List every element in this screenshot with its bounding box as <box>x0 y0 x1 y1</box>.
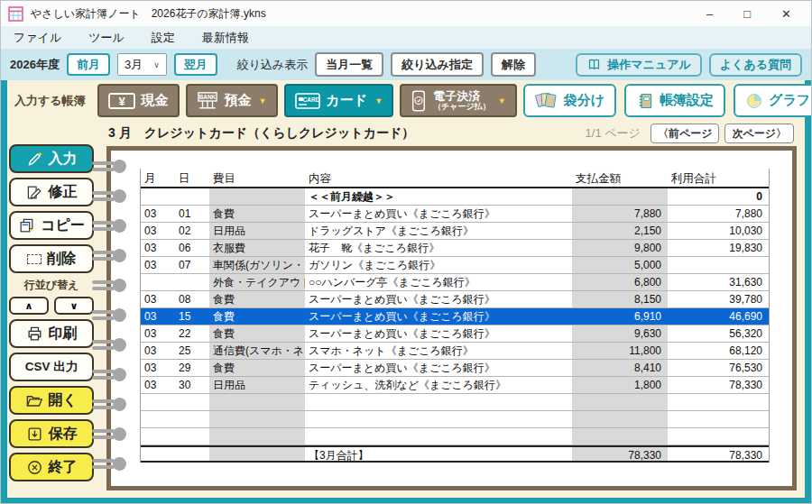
pie-chart-icon <box>745 92 763 110</box>
quit-button-label: 終了 <box>49 458 78 477</box>
open-button-label: 開く <box>48 391 77 410</box>
faq-button[interactable]: よくある質問 <box>709 53 802 77</box>
printer-icon <box>26 325 43 343</box>
table-row[interactable]: 0322食費スーパーまとめ買い《まごころ銀行》9,63056,320 <box>141 325 769 343</box>
cell: 【3月合計】 <box>305 447 572 461</box>
cell: 通信費(スマホ・ネッ… <box>209 343 305 359</box>
table-row[interactable]: 0315食費スーパーまとめ買い《まごころ銀行》6,91046,690 <box>141 308 769 325</box>
binder-ring-icon <box>92 249 126 263</box>
app-window: やさしい家計簿ノート 2026花子の家計簿.ykns – □ ✕ ファイル ツー… <box>0 0 812 504</box>
table-row[interactable]: 外食・テイクアウト○○ハンバーグ亭《まごころ銀行》6,80031,630 <box>141 274 769 291</box>
menu-tools[interactable]: ツール <box>88 30 125 46</box>
cell: 日用品 <box>209 377 305 393</box>
card-icon: CARD <box>295 92 320 110</box>
notebook-icon <box>636 92 654 110</box>
print-button[interactable]: 印刷 <box>9 319 94 348</box>
cell: 8,150 <box>572 291 668 307</box>
ledger-table: 月日費目内容支払金額利用合計＜＜前月繰越＞＞00301食費スーパーまとめ買い《ま… <box>140 169 770 463</box>
copy-button[interactable]: コピー <box>9 211 94 240</box>
tab-deposit[interactable]: BANK 預金 ▼ <box>186 84 278 117</box>
manual-button[interactable]: 操作マニュアル <box>576 53 702 77</box>
cell <box>209 394 305 410</box>
cell: スーパーまとめ買い《まごころ銀行》 <box>305 291 572 307</box>
table-row[interactable]: 0329食費スーパーまとめ買い《まごころ銀行》8,41076,530 <box>141 360 769 377</box>
tab-cash-label: 現金 <box>142 92 169 109</box>
close-button[interactable]: ✕ <box>781 7 791 21</box>
cell: 1,800 <box>572 377 668 393</box>
cell: 食費 <box>209 206 305 222</box>
table-row[interactable]: 0308食費スーパーまとめ買い《まごころ銀行》8,15039,780 <box>141 291 769 308</box>
menu-settings[interactable]: 設定 <box>152 30 175 46</box>
copy-icon <box>18 217 35 234</box>
folder-open-icon <box>25 392 42 409</box>
edit-button[interactable]: 修正 <box>9 178 94 206</box>
delete-button[interactable]: 削除 <box>9 244 94 273</box>
binder-ring-icon <box>92 160 126 174</box>
prev-page-button[interactable]: 〈前ページ <box>651 124 720 143</box>
book-icon <box>586 58 602 71</box>
current-month-list-button[interactable]: 当月一覧 <box>315 52 383 77</box>
cell <box>209 188 305 205</box>
cell: 食費 <box>209 360 305 376</box>
tab-card[interactable]: CARD カード ▼ <box>284 84 394 117</box>
table-row[interactable]: 0301食費スーパーまとめ買い《まごころ銀行》7,8807,880 <box>141 206 769 223</box>
row-up-button[interactable]: ∧ <box>9 297 49 315</box>
cell <box>668 428 769 444</box>
minimize-button[interactable]: – <box>706 7 713 21</box>
dropdown-arrow-icon: ▼ <box>498 96 506 105</box>
quit-button[interactable]: 終了 <box>9 453 94 481</box>
maximize-button[interactable]: □ <box>743 7 751 21</box>
csv-export-button[interactable]: CSV 出力 <box>9 353 94 381</box>
csv-export-label: CSV 出力 <box>25 359 78 375</box>
filter-specify-button[interactable]: 絞り込み指定 <box>391 52 484 77</box>
cell <box>175 411 209 427</box>
bag-sort-button[interactable]: 袋分け <box>523 84 616 117</box>
cell: 19,830 <box>668 240 769 256</box>
cell: 0 <box>668 188 769 205</box>
row-down-button[interactable]: ∨ <box>54 297 94 315</box>
cell: 11,800 <box>572 343 668 359</box>
filter-clear-button[interactable]: 解除 <box>491 52 536 77</box>
menu-news[interactable]: 最新情報 <box>202 30 249 46</box>
menu-bar: ファイル ツール 設定 最新情報 <box>1 26 811 49</box>
svg-text:¥: ¥ <box>118 95 125 108</box>
cell: 78,330 <box>572 447 668 461</box>
save-button[interactable]: 保存 <box>9 419 94 448</box>
column-header: 費目 <box>209 169 305 187</box>
graph-button[interactable]: グラフ <box>734 84 812 117</box>
table-row[interactable]: ＜＜前月繰越＞＞0 <box>141 188 769 206</box>
tab-cash[interactable]: ¥ 現金 <box>97 84 180 117</box>
binder-ring-icon <box>92 368 126 382</box>
table-row[interactable]: 0330日用品ティッシュ、洗剤など《まごころ銀行》1,80078,330 <box>141 377 769 394</box>
title-bar: やさしい家計簿ノート 2026花子の家計簿.ykns – □ ✕ <box>1 1 811 26</box>
cell: 10,030 <box>668 223 769 239</box>
cell <box>572 411 668 427</box>
cell: 03 <box>141 325 175 342</box>
book-select-bar: 入力する帳簿 ¥ 現金 BANK 預金 ▼ CARD カード ▼ <box>7 80 805 121</box>
cell <box>209 447 305 461</box>
cell: 7,880 <box>668 206 769 222</box>
chevron-down-icon: ∨ <box>153 60 160 69</box>
prev-month-button[interactable]: 前月 <box>67 53 110 76</box>
book-settings-button[interactable]: 帳簿設定 <box>624 84 725 117</box>
tab-deposit-label: 預金 <box>225 92 252 109</box>
menu-file[interactable]: ファイル <box>14 30 61 46</box>
table-row[interactable] <box>141 411 769 428</box>
next-page-button[interactable]: 次ページ〉 <box>724 124 794 143</box>
next-month-button[interactable]: 翌月 <box>174 53 217 76</box>
input-button[interactable]: 入力 <box>9 144 94 173</box>
cell <box>209 411 305 427</box>
open-button[interactable]: 開く <box>9 386 94 415</box>
cell: 68,120 <box>668 343 769 359</box>
table-row[interactable]: 0306衣服費花子 靴《まごころ銀行》9,80019,830 <box>141 240 769 257</box>
row-sort-controls: ∧ ∨ <box>9 297 94 315</box>
table-row[interactable]: 0307車関係(ガソリン・…ガソリン《まごころ銀行》5,000 <box>141 257 769 274</box>
tab-epay[interactable]: 電子決済 （チャージ払） ▼ <box>400 84 517 117</box>
table-row[interactable]: 0302日用品ドラッグストア《まごころ銀行》2,15010,030 <box>141 223 769 240</box>
month-select[interactable]: 3月 ∨ <box>117 53 167 76</box>
table-row[interactable]: 【3月合計】78,33078,330 <box>141 445 769 463</box>
table-row[interactable] <box>141 428 769 445</box>
row-sort-label: 行並び替え <box>9 278 94 293</box>
table-row[interactable]: 0325通信費(スマホ・ネッ…スマホ・ネット《まごころ銀行》11,80068,1… <box>141 343 769 360</box>
table-row[interactable] <box>141 394 769 411</box>
